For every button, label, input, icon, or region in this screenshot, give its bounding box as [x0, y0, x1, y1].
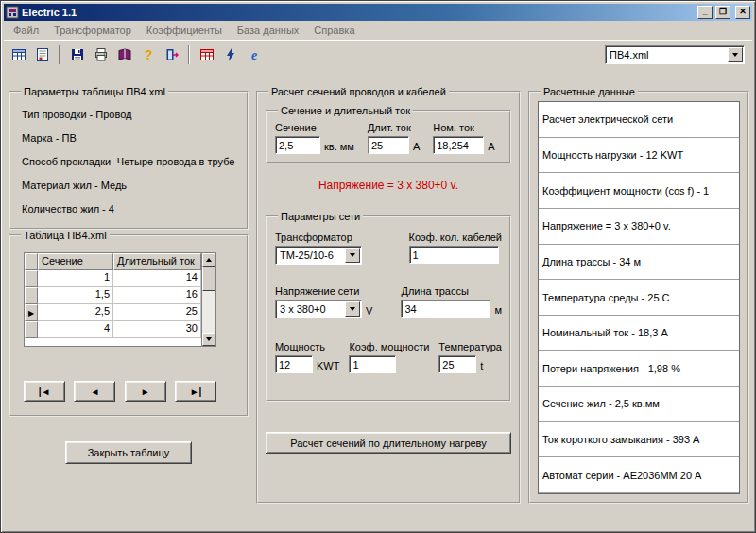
data-grid: Сечение Длительный ток 1 14 1,5 16 [24, 252, 216, 347]
scroll-track[interactable] [202, 266, 215, 333]
list-item[interactable]: Напряжение = 3 x 380+0 v. [539, 209, 739, 245]
nominal-current-input[interactable] [433, 136, 484, 154]
window-title: Electric 1.1 [22, 7, 695, 18]
results-panel: Расчетные данные Расчет электрической се… [528, 86, 749, 504]
scroll-thumb[interactable] [202, 266, 215, 291]
list-item[interactable]: Длина трассы - 34 м [539, 245, 739, 281]
close-table-button[interactable]: Закрыть таблицу [65, 441, 192, 464]
record-navigator: |◄ ◄ ► ►| [24, 381, 216, 402]
route-length-input[interactable] [401, 300, 490, 318]
table-vertical-scrollbar[interactable] [201, 253, 215, 346]
menu-item-transformer[interactable]: Трансформатор [46, 22, 139, 39]
list-item[interactable]: Расчет электрической сети [539, 102, 739, 138]
grid-header-section: Сечение [38, 253, 113, 270]
long-current-unit: A [413, 141, 420, 154]
grid-marker-header [25, 253, 38, 270]
list-item[interactable]: Номинальный ток - 18,3 А [539, 316, 739, 352]
grid-header-current: Длительный ток [113, 253, 201, 270]
save-button[interactable] [65, 43, 89, 66]
list-item[interactable]: Автомат серии - АЕ2036ММ 20 А [539, 457, 739, 493]
calc-panel: Расчет сечений проводов и кабелей Сечени… [256, 86, 521, 504]
network-voltage-select[interactable]: 3 x 380+0 [275, 300, 362, 318]
transformer-label: Трансформатор [275, 232, 362, 243]
menu-item-database[interactable]: База данных [230, 22, 307, 39]
table-row-selected[interactable]: ▶ 2,5 25 [25, 304, 201, 321]
list-item[interactable]: Ток короткого замыкания - 393 А [539, 422, 739, 458]
nav-first-button[interactable]: |◄ [24, 381, 65, 402]
temperature-input[interactable] [438, 355, 476, 373]
transformer-select[interactable]: ТМ-25/10-6 [275, 246, 362, 265]
table-params-group: Параметры таблицы ПВ4.xml Тип проводки -… [9, 86, 249, 230]
nav-prev-button[interactable]: ◄ [74, 381, 115, 402]
row-marker [25, 270, 38, 287]
cables-coef-input[interactable] [409, 246, 499, 264]
scroll-up-icon[interactable] [202, 253, 215, 266]
delete-table-button[interactable] [195, 43, 218, 66]
lightning-button[interactable] [218, 43, 242, 66]
book-icon [117, 47, 132, 62]
menu-item-help[interactable]: Справка [306, 22, 362, 39]
list-item[interactable]: Мощность нагрузки - 12 KWT [539, 138, 739, 174]
param-core-material: Материал жил - Медь [22, 180, 239, 191]
titlebar[interactable]: Electric 1.1 _ ❐ ✕ [4, 4, 752, 21]
power-coef-label: Коэф. мощности [349, 341, 429, 352]
table-row[interactable]: 1,5 16 [25, 287, 201, 304]
row-marker [25, 321, 38, 338]
help-button[interactable]: ? [136, 43, 160, 66]
report-icon [35, 47, 50, 62]
left-column: Параметры таблицы ПВ4.xml Тип проводки -… [9, 86, 249, 504]
temperature-unit: t [480, 360, 483, 373]
long-current-input[interactable] [368, 136, 409, 154]
open-table-button[interactable] [7, 43, 30, 66]
param-wiring-type: Тип проводки - Провод [22, 109, 239, 120]
menu-item-coefficients[interactable]: Коэффициенты [139, 22, 230, 39]
list-item[interactable]: Коэффициент мощности (cos f) - 1 [539, 173, 739, 209]
list-item[interactable]: Сечение жил - 2,5 кв.мм [539, 387, 739, 422]
section-label: Сечение [275, 122, 354, 133]
nav-next-button[interactable]: ► [125, 381, 166, 402]
chevron-down-icon[interactable] [728, 47, 743, 62]
current-section: Сечение и длительный ток Сечение кв. мм … [266, 105, 511, 163]
voltage-note: Напряжение = 3 x 380+0 v. [266, 179, 511, 192]
row-marker [25, 287, 38, 304]
exit-button[interactable] [160, 43, 183, 66]
table-row[interactable]: 4 30 [25, 321, 201, 338]
long-current-label: Длит. ток [368, 122, 420, 133]
calc-button[interactable]: Расчет сечений по длительному нагреву [266, 432, 511, 454]
results-list: Расчет электрической сети Мощность нагру… [538, 101, 740, 494]
maximize-button[interactable]: ❐ [715, 6, 730, 19]
close-button[interactable]: ✕ [735, 6, 750, 19]
chevron-down-icon[interactable] [345, 301, 360, 317]
list-item[interactable]: Потери напряжения - 1,98 % [539, 351, 739, 387]
grid-header-row: Сечение Длительный ток [25, 253, 201, 270]
scroll-down-icon[interactable] [202, 333, 215, 346]
exit-icon [164, 47, 180, 62]
list-item[interactable]: Температура среды - 25 C [539, 280, 739, 316]
book-button[interactable] [112, 43, 136, 66]
table-params-title: Параметры таблицы ПВ4.xml [21, 86, 168, 97]
toolbar-separator [188, 45, 190, 64]
print-button[interactable] [89, 43, 112, 66]
table-row[interactable]: 1 14 [25, 270, 201, 287]
power-coef-input[interactable] [349, 355, 396, 373]
internet-button[interactable]: e [242, 43, 266, 66]
param-brand: Марка - ПВ [22, 132, 239, 144]
minimize-button[interactable]: _ [697, 6, 713, 19]
menubar: Файл Трансформатор Коэффициенты База дан… [4, 21, 752, 40]
report-button[interactable] [30, 43, 54, 66]
internet-icon: e [247, 47, 262, 62]
power-input[interactable] [275, 355, 313, 373]
temperature-label: Температура [438, 341, 502, 352]
section-input[interactable] [275, 136, 320, 154]
cables-coef-label: Коэф. кол. кабелей [409, 232, 502, 243]
chevron-down-icon[interactable] [345, 248, 360, 263]
save-icon [70, 47, 85, 62]
app-window: Electric 1.1 _ ❐ ✕ Файл Трансформатор Ко… [0, 0, 756, 533]
power-unit: KWT [317, 360, 339, 373]
power-label: Мощность [275, 341, 339, 352]
nav-last-button[interactable]: ►| [175, 381, 216, 402]
file-select[interactable]: ПВ4.xml [605, 45, 745, 64]
menu-item-file[interactable]: Файл [6, 22, 46, 39]
help-icon: ? [141, 47, 156, 62]
app-icon [6, 6, 19, 19]
